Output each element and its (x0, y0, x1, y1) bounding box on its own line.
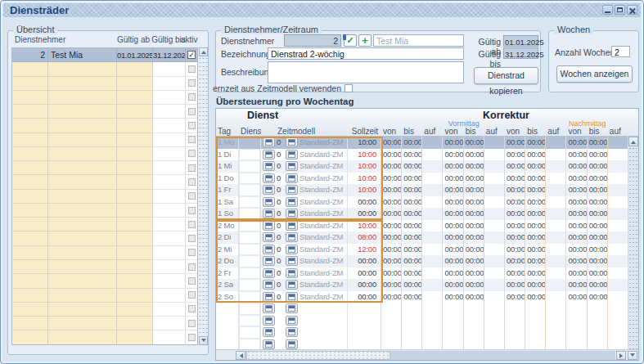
scroll-up-button[interactable] (199, 47, 208, 56)
auf-field[interactable] (484, 220, 505, 232)
von-field[interactable]: 00:00 (443, 267, 463, 280)
bis-field[interactable]: 00:00 (525, 184, 546, 196)
auf-field[interactable] (422, 255, 443, 267)
dienst-input[interactable] (239, 137, 261, 149)
wochentag-row[interactable]: 1 Fr0Standard-ZM10:0000:0000:0000:0000:0… (216, 184, 628, 196)
scroll-left-button[interactable] (236, 351, 245, 360)
von-field[interactable]: 00:00 (381, 255, 402, 267)
auf-field[interactable] (608, 231, 628, 244)
bis-field[interactable]: 00:00 (588, 137, 608, 149)
aktiv-checkbox[interactable] (188, 291, 196, 299)
von-field[interactable]: 00:00 (443, 184, 463, 196)
von-field[interactable]: 00:00 (566, 196, 587, 209)
bis-field[interactable]: 00:00 (464, 160, 484, 173)
bis-field[interactable]: 00:00 (525, 291, 546, 303)
auf-field[interactable] (608, 173, 628, 185)
aktiv-checkbox[interactable] (188, 136, 196, 143)
wochentag-row[interactable]: 1 Di0Standard-ZM10:0000:0000:0000:0000:0… (216, 149, 628, 161)
calendar-picker-button[interactable] (286, 221, 298, 231)
aktiv-checkbox[interactable] (188, 235, 196, 242)
auf-field[interactable] (546, 231, 566, 244)
auf-field[interactable] (546, 160, 566, 173)
calendar-picker-button[interactable] (263, 268, 275, 278)
bis-field[interactable]: 00:00 (464, 231, 484, 244)
von-field[interactable]: 00:00 (566, 291, 587, 303)
bis-field[interactable]: 00:00 (464, 149, 484, 161)
calendar-picker-button[interactable] (286, 327, 298, 337)
von-field[interactable]: 00:00 (505, 173, 525, 185)
von-field[interactable]: 00:00 (381, 231, 402, 244)
dienst-input[interactable] (239, 231, 261, 244)
calendar-picker-button[interactable] (286, 173, 298, 183)
von-field[interactable]: 00:00 (505, 255, 525, 267)
dienst-input[interactable] (239, 220, 261, 232)
calendar-picker-button[interactable] (263, 173, 275, 183)
bis-field[interactable]: 00:00 (464, 137, 484, 149)
bis-field[interactable]: 00:00 (525, 208, 546, 220)
bis-field[interactable]: 00:00 (464, 279, 484, 291)
von-field[interactable]: 00:00 (381, 244, 402, 256)
scroll-right-button[interactable] (616, 351, 626, 360)
dienst-input[interactable] (239, 244, 261, 256)
auf-field[interactable] (484, 173, 505, 185)
bis-field[interactable]: 00:00 (402, 279, 422, 291)
auf-field[interactable] (422, 184, 443, 196)
calendar-picker-button[interactable] (286, 280, 298, 290)
bis-field[interactable]: 00:00 (525, 196, 546, 209)
von-field[interactable]: 00:00 (505, 149, 525, 161)
auf-field[interactable] (484, 267, 505, 280)
auf-field[interactable] (484, 244, 505, 256)
von-field[interactable]: 00:00 (566, 160, 587, 173)
auf-field[interactable] (422, 149, 443, 161)
von-field[interactable]: 00:00 (381, 267, 402, 280)
von-field[interactable]: 00:00 (381, 184, 402, 196)
uebersteuerung-hscrollbar[interactable] (216, 349, 638, 360)
calendar-picker-button[interactable] (286, 150, 298, 160)
wochentag-row[interactable]: 2 So0Standard-ZM00:0000:0000:0000:0000:0… (216, 291, 628, 303)
bis-field[interactable]: 00:00 (464, 267, 484, 280)
bis-field[interactable]: 00:00 (588, 196, 608, 209)
bis-field[interactable]: 00:00 (402, 149, 422, 161)
auf-field[interactable] (484, 208, 505, 220)
dienst-input[interactable] (239, 291, 261, 303)
dienst-input[interactable] (239, 196, 261, 209)
calendar-picker-button[interactable] (286, 339, 298, 349)
scroll-down-button[interactable] (628, 351, 637, 360)
auf-field[interactable] (422, 267, 443, 280)
calendar-picker-button[interactable] (263, 137, 275, 147)
auf-field[interactable] (546, 267, 566, 280)
bis-field[interactable]: 00:00 (525, 137, 546, 149)
von-field[interactable]: 00:00 (443, 208, 463, 220)
von-field[interactable]: 00:00 (566, 244, 587, 256)
auf-field[interactable] (608, 184, 628, 196)
calendar-picker-button[interactable] (286, 256, 298, 266)
calendar-picker-button[interactable] (286, 185, 298, 195)
wochentag-row[interactable]: 2 Mo0Standard-ZM10:0000:0000:0000:0000:0… (216, 220, 628, 232)
auf-field[interactable] (546, 184, 566, 196)
aktiv-checkbox[interactable] (188, 178, 196, 186)
calendar-picker-button[interactable] (263, 292, 275, 302)
dienst-input[interactable] (239, 267, 261, 280)
bis-field[interactable]: 00:00 (525, 279, 546, 291)
von-field[interactable]: 00:00 (505, 220, 525, 232)
calendar-picker-button[interactable] (263, 339, 275, 349)
auf-field[interactable] (608, 255, 628, 267)
bis-field[interactable]: 00:00 (402, 173, 422, 185)
dienstrad-kopieren-button[interactable]: Dienstrad kopieren (474, 67, 538, 84)
von-field[interactable]: 00:00 (443, 196, 463, 209)
wochentag-row[interactable]: 2 Mi0Standard-ZM12:0000:0000:0000:0000:0… (216, 244, 628, 256)
auf-field[interactable] (422, 244, 443, 256)
auf-field[interactable] (608, 208, 628, 220)
bis-field[interactable]: 00:00 (402, 231, 422, 244)
calendar-picker-button[interactable] (263, 161, 275, 171)
auf-field[interactable] (546, 137, 566, 149)
bis-field[interactable]: 00:00 (464, 255, 484, 267)
von-field[interactable]: 00:00 (443, 160, 463, 173)
von-field[interactable]: 00:00 (381, 137, 402, 149)
auf-field[interactable] (546, 279, 566, 291)
dienst-input[interactable] (239, 173, 261, 185)
bis-field[interactable]: 00:00 (402, 255, 422, 267)
bis-field[interactable]: 00:00 (525, 244, 546, 256)
auf-field[interactable] (484, 279, 505, 291)
bis-field[interactable]: 00:00 (588, 291, 608, 303)
